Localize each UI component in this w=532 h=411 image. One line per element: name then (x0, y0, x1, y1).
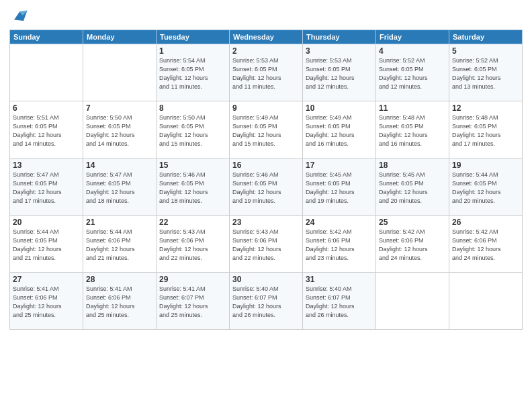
day-number: 30 (232, 275, 300, 284)
day-detail: Sunrise: 5:51 AM Sunset: 6:05 PM Dayligh… (13, 113, 80, 148)
calendar-cell: 8Sunrise: 5:50 AM Sunset: 6:05 PM Daylig… (157, 101, 230, 158)
day-detail: Sunrise: 5:41 AM Sunset: 6:07 PM Dayligh… (159, 285, 226, 320)
calendar-cell: 11Sunrise: 5:48 AM Sunset: 6:05 PM Dayli… (376, 101, 449, 158)
day-header-wednesday: Wednesday (230, 30, 303, 44)
day-number: 15 (159, 161, 226, 170)
calendar-cell (10, 44, 83, 101)
day-detail: Sunrise: 5:46 AM Sunset: 6:05 PM Dayligh… (159, 171, 226, 205)
calendar-cell: 7Sunrise: 5:50 AM Sunset: 6:05 PM Daylig… (83, 101, 157, 158)
calendar-week-3: 13Sunrise: 5:47 AM Sunset: 6:05 PM Dayli… (10, 158, 523, 216)
day-number: 18 (379, 161, 446, 170)
calendar-cell: 9Sunrise: 5:49 AM Sunset: 6:05 PM Daylig… (230, 101, 303, 158)
header (9, 7, 523, 26)
day-header-friday: Friday (376, 30, 449, 44)
day-number: 23 (232, 218, 300, 227)
day-number: 27 (13, 275, 80, 284)
calendar-cell: 14Sunrise: 5:47 AM Sunset: 6:05 PM Dayli… (83, 158, 157, 216)
day-detail: Sunrise: 5:41 AM Sunset: 6:06 PM Dayligh… (86, 285, 153, 320)
day-detail: Sunrise: 5:53 AM Sunset: 6:05 PM Dayligh… (306, 56, 373, 91)
calendar-cell: 5Sunrise: 5:52 AM Sunset: 6:05 PM Daylig… (449, 44, 523, 101)
calendar-cell: 20Sunrise: 5:44 AM Sunset: 6:05 PM Dayli… (10, 216, 83, 273)
day-number: 21 (86, 218, 153, 227)
calendar-cell: 12Sunrise: 5:48 AM Sunset: 6:05 PM Dayli… (449, 101, 523, 158)
calendar-cell: 28Sunrise: 5:41 AM Sunset: 6:06 PM Dayli… (83, 273, 157, 330)
day-number: 9 (232, 103, 300, 113)
day-detail: Sunrise: 5:53 AM Sunset: 6:05 PM Dayligh… (232, 56, 300, 91)
calendar-body: 1Sunrise: 5:54 AM Sunset: 6:05 PM Daylig… (10, 44, 523, 330)
calendar-table: SundayMondayTuesdayWednesdayThursdayFrid… (9, 30, 523, 330)
day-number: 25 (379, 218, 446, 227)
day-detail: Sunrise: 5:40 AM Sunset: 6:07 PM Dayligh… (232, 285, 300, 320)
day-number: 29 (159, 275, 226, 284)
day-number: 17 (306, 161, 373, 170)
day-detail: Sunrise: 5:42 AM Sunset: 6:06 PM Dayligh… (306, 228, 373, 263)
day-detail: Sunrise: 5:48 AM Sunset: 6:05 PM Dayligh… (379, 113, 446, 148)
page: SundayMondayTuesdayWednesdayThursdayFrid… (0, 0, 532, 411)
day-number: 19 (452, 161, 519, 170)
day-detail: Sunrise: 5:49 AM Sunset: 6:05 PM Dayligh… (232, 113, 300, 148)
logo-icon (9, 7, 28, 26)
calendar-cell: 6Sunrise: 5:51 AM Sunset: 6:05 PM Daylig… (10, 101, 83, 158)
day-detail: Sunrise: 5:47 AM Sunset: 6:05 PM Dayligh… (86, 171, 153, 205)
day-detail: Sunrise: 5:42 AM Sunset: 6:06 PM Dayligh… (379, 228, 446, 263)
day-number: 20 (13, 218, 80, 227)
day-detail: Sunrise: 5:47 AM Sunset: 6:05 PM Dayligh… (13, 171, 80, 205)
calendar-cell: 3Sunrise: 5:53 AM Sunset: 6:05 PM Daylig… (303, 44, 376, 101)
day-number: 8 (159, 103, 226, 113)
day-detail: Sunrise: 5:44 AM Sunset: 6:05 PM Dayligh… (452, 171, 519, 205)
calendar-cell: 19Sunrise: 5:44 AM Sunset: 6:05 PM Dayli… (449, 158, 523, 216)
day-number: 1 (159, 46, 226, 56)
day-number: 4 (379, 46, 446, 56)
calendar-cell: 21Sunrise: 5:44 AM Sunset: 6:06 PM Dayli… (83, 216, 157, 273)
day-detail: Sunrise: 5:49 AM Sunset: 6:05 PM Dayligh… (306, 113, 373, 148)
calendar-cell: 16Sunrise: 5:46 AM Sunset: 6:05 PM Dayli… (230, 158, 303, 216)
calendar-cell: 1Sunrise: 5:54 AM Sunset: 6:05 PM Daylig… (157, 44, 230, 101)
calendar-cell: 27Sunrise: 5:41 AM Sunset: 6:06 PM Dayli… (10, 273, 83, 330)
calendar-week-4: 20Sunrise: 5:44 AM Sunset: 6:05 PM Dayli… (10, 216, 523, 273)
calendar-cell: 2Sunrise: 5:53 AM Sunset: 6:05 PM Daylig… (230, 44, 303, 101)
day-detail: Sunrise: 5:43 AM Sunset: 6:06 PM Dayligh… (232, 228, 300, 263)
day-detail: Sunrise: 5:46 AM Sunset: 6:05 PM Dayligh… (232, 171, 300, 205)
calendar-cell: 22Sunrise: 5:43 AM Sunset: 6:06 PM Dayli… (157, 216, 230, 273)
day-detail: Sunrise: 5:54 AM Sunset: 6:05 PM Dayligh… (159, 56, 226, 91)
day-header-thursday: Thursday (303, 30, 376, 44)
calendar-cell: 18Sunrise: 5:45 AM Sunset: 6:05 PM Dayli… (376, 158, 449, 216)
day-number: 16 (232, 161, 300, 170)
day-detail: Sunrise: 5:52 AM Sunset: 6:05 PM Dayligh… (379, 56, 446, 91)
calendar-cell: 31Sunrise: 5:40 AM Sunset: 6:07 PM Dayli… (303, 273, 376, 330)
day-number: 24 (306, 218, 373, 227)
calendar-cell (83, 44, 157, 101)
day-header-tuesday: Tuesday (157, 30, 230, 44)
day-detail: Sunrise: 5:44 AM Sunset: 6:05 PM Dayligh… (13, 228, 80, 263)
calendar-cell (376, 273, 449, 330)
day-detail: Sunrise: 5:45 AM Sunset: 6:05 PM Dayligh… (306, 171, 373, 205)
day-number: 7 (86, 103, 153, 113)
calendar-cell: 13Sunrise: 5:47 AM Sunset: 6:05 PM Dayli… (10, 158, 83, 216)
calendar-cell: 24Sunrise: 5:42 AM Sunset: 6:06 PM Dayli… (303, 216, 376, 273)
day-detail: Sunrise: 5:44 AM Sunset: 6:06 PM Dayligh… (86, 228, 153, 263)
logo (9, 7, 31, 26)
day-number: 26 (452, 218, 519, 227)
day-detail: Sunrise: 5:41 AM Sunset: 6:06 PM Dayligh… (13, 285, 80, 320)
day-number: 28 (86, 275, 153, 284)
day-number: 6 (13, 103, 80, 113)
calendar-cell: 17Sunrise: 5:45 AM Sunset: 6:05 PM Dayli… (303, 158, 376, 216)
day-number: 31 (306, 275, 373, 284)
day-detail: Sunrise: 5:43 AM Sunset: 6:06 PM Dayligh… (159, 228, 226, 263)
day-number: 5 (452, 46, 519, 56)
calendar-cell: 15Sunrise: 5:46 AM Sunset: 6:05 PM Dayli… (157, 158, 230, 216)
day-number: 11 (379, 103, 446, 113)
calendar-cell: 25Sunrise: 5:42 AM Sunset: 6:06 PM Dayli… (376, 216, 449, 273)
calendar-week-5: 27Sunrise: 5:41 AM Sunset: 6:06 PM Dayli… (10, 273, 523, 330)
calendar-cell: 30Sunrise: 5:40 AM Sunset: 6:07 PM Dayli… (230, 273, 303, 330)
day-number: 22 (159, 218, 226, 227)
day-number: 12 (452, 103, 519, 113)
day-header-sunday: Sunday (10, 30, 83, 44)
day-detail: Sunrise: 5:50 AM Sunset: 6:05 PM Dayligh… (86, 113, 153, 148)
day-detail: Sunrise: 5:52 AM Sunset: 6:05 PM Dayligh… (452, 56, 519, 91)
day-number: 3 (306, 46, 373, 56)
day-header-monday: Monday (83, 30, 157, 44)
day-detail: Sunrise: 5:45 AM Sunset: 6:05 PM Dayligh… (379, 171, 446, 205)
day-detail: Sunrise: 5:48 AM Sunset: 6:05 PM Dayligh… (452, 113, 519, 148)
calendar-cell (449, 273, 523, 330)
